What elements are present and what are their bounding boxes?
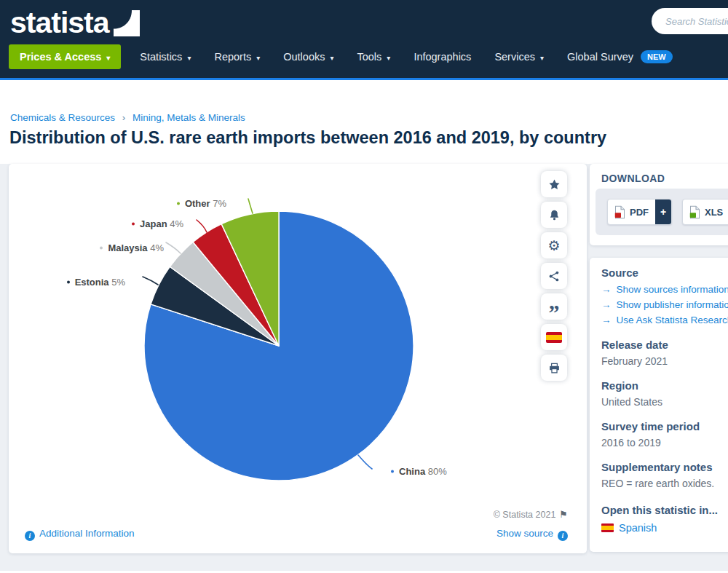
legend-dot xyxy=(100,246,103,249)
fact-value: February 2021 xyxy=(601,354,728,368)
source-link-ask[interactable]: →Use Ask Statista Research Service xyxy=(601,312,728,328)
download-card: DOWNLOAD PDF+ XLS+ xyxy=(590,164,728,245)
info-icon: i xyxy=(25,531,35,541)
pie-chart xyxy=(9,164,587,553)
share-icon xyxy=(548,270,561,282)
source-heading: Source xyxy=(601,266,728,279)
spanish-language-link[interactable]: Spanish xyxy=(601,522,728,534)
copyright-note: © Statista 2021⚑ xyxy=(494,509,568,520)
spain-flag-icon xyxy=(601,523,614,532)
fact-value: REO = rare earth oxides. xyxy=(601,476,728,491)
bell-icon xyxy=(548,209,561,221)
chevron-down-icon: ▾ xyxy=(256,54,260,62)
star-icon xyxy=(548,178,561,191)
gear-button[interactable]: ⚙ xyxy=(541,232,567,258)
bell-button[interactable] xyxy=(541,202,567,228)
page-title: Distribution of U.S. rare earth imports … xyxy=(9,128,606,148)
nav-item-prices-access[interactable]: Prices & Access▾ xyxy=(9,44,121,69)
fact-release-date: Release dateFebruary 2021 xyxy=(601,339,728,368)
quote-button[interactable]: ” xyxy=(541,293,567,320)
nav-item-global-survey[interactable]: Global SurveyNEW xyxy=(557,44,683,70)
search-pill[interactable] xyxy=(652,8,728,34)
breadcrumb-separator: › xyxy=(122,112,126,123)
spain-flag-button[interactable] xyxy=(541,324,567,350)
legend-dot xyxy=(132,222,135,225)
nav-item-reports[interactable]: Reports▾ xyxy=(204,44,270,69)
chart-card: China 80%Estonia 5%Malaysia 4%Japan 4%Ot… xyxy=(9,164,587,553)
source-link-sources[interactable]: →Show sources information xyxy=(601,282,728,297)
legend-dot xyxy=(67,280,70,283)
nav-item-tools[interactable]: Tools▾ xyxy=(347,44,400,69)
download-pdf-button[interactable]: PDF+ xyxy=(607,199,672,225)
main-nav: Prices & Access▾Statistics▾Reports▾Outlo… xyxy=(9,44,686,70)
additional-information-link[interactable]: iAdditional Information xyxy=(25,528,135,541)
fact-heading: Release date xyxy=(601,339,728,351)
leader-line-china xyxy=(358,455,372,469)
fact-heading: Supplementary notes xyxy=(601,461,728,473)
open-statistic-section: Open this statistic in... Spanish xyxy=(601,504,728,534)
chevron-down-icon: ▾ xyxy=(387,54,390,62)
nav-item-services[interactable]: Services▾ xyxy=(484,44,554,69)
download-xls-button[interactable]: XLS+ xyxy=(682,199,728,225)
leader-line-estonia xyxy=(143,277,158,285)
source-link-publisher[interactable]: →Show publisher information xyxy=(601,297,728,312)
content-area: China 80%Estonia 5%Malaysia 4%Japan 4%Ot… xyxy=(0,164,728,571)
statista-logo-icon xyxy=(114,10,140,36)
breadcrumb: Chemicals & Resources › Mining, Metals &… xyxy=(10,112,245,123)
spain-flag-icon xyxy=(546,332,562,343)
chevron-down-icon: ▾ xyxy=(330,54,333,62)
chevron-down-icon: ▾ xyxy=(106,54,110,62)
pie-label-estonia: Estonia 5% xyxy=(67,277,125,288)
facts-list: Release dateFebruary 2021RegionUnited St… xyxy=(601,339,728,491)
print-icon xyxy=(548,362,561,374)
leader-line-japan xyxy=(197,220,207,232)
statista-logo-text: statista xyxy=(10,6,109,39)
fact-value: United States xyxy=(601,395,728,409)
top-header: statista Prices & Access▾Statistics▾Repo… xyxy=(0,0,728,80)
title-area: Chemicals & Resources › Mining, Metals &… xyxy=(0,80,728,164)
pie-label-china: China 80% xyxy=(391,466,447,477)
fact-value: 2016 to 2019 xyxy=(601,435,728,450)
source-links: →Show sources information→Show publisher… xyxy=(601,282,728,328)
pie-label-malaysia: Malaysia 4% xyxy=(100,242,164,253)
fact-region: RegionUnited States xyxy=(601,379,728,409)
nav-item-outlooks[interactable]: Outlooks▾ xyxy=(273,44,344,69)
download-buttons: PDF+ XLS+ xyxy=(596,189,728,235)
legend-dot xyxy=(177,202,180,205)
leader-line-malaysia xyxy=(166,242,181,253)
pdf-file-icon xyxy=(614,205,625,219)
download-heading: DOWNLOAD xyxy=(601,173,665,184)
share-button[interactable] xyxy=(541,263,567,289)
nav-item-statistics[interactable]: Statistics▾ xyxy=(130,44,201,69)
pie-label-other: Other 7% xyxy=(177,198,226,209)
arrow-right-icon: → xyxy=(601,299,612,310)
breadcrumb-link-mining[interactable]: Mining, Metals & Minerals xyxy=(132,112,245,123)
report-flag-icon[interactable]: ⚑ xyxy=(559,509,568,520)
statista-logo[interactable]: statista xyxy=(10,6,140,39)
info-icon: i xyxy=(558,531,568,541)
new-badge: NEW xyxy=(641,50,673,63)
star-button[interactable] xyxy=(541,171,567,197)
statistic-info-card: Source →Show sources information→Show pu… xyxy=(590,258,728,552)
fact-heading: Region xyxy=(601,379,728,392)
print-button[interactable] xyxy=(541,355,567,381)
download-pdf-options-button[interactable]: + xyxy=(655,199,671,224)
fact-heading: Survey time period xyxy=(601,420,728,432)
search-input[interactable] xyxy=(652,16,728,27)
legend-dot xyxy=(391,470,394,473)
gear-icon: ⚙ xyxy=(547,239,560,253)
open-statistic-heading: Open this statistic in... xyxy=(601,504,728,516)
fact-survey-time-period: Survey time period2016 to 2019 xyxy=(601,420,728,450)
arrow-right-icon: → xyxy=(601,315,612,325)
breadcrumb-link-chemicals[interactable]: Chemicals & Resources xyxy=(10,112,115,123)
show-source-link[interactable]: Show sourcei xyxy=(496,528,568,541)
chevron-down-icon: ▾ xyxy=(187,54,191,62)
nav-item-infographics[interactable]: Infographics xyxy=(403,44,481,69)
chevron-down-icon: ▾ xyxy=(540,54,544,62)
pie-label-japan: Japan 4% xyxy=(132,218,183,229)
leader-line-other xyxy=(248,199,253,213)
arrow-right-icon: → xyxy=(601,284,612,295)
xls-file-icon xyxy=(689,205,700,219)
fact-supplementary-notes: Supplementary notesREO = rare earth oxid… xyxy=(601,461,728,491)
chart-toolbar: ⚙” xyxy=(541,171,567,385)
